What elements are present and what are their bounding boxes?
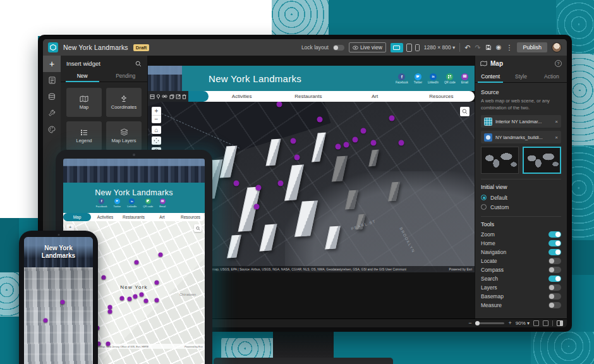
canvas-zoom-out[interactable]: − xyxy=(468,320,471,326)
nav-tab-resources[interactable]: Resources xyxy=(176,215,205,219)
landmark-marker[interactable] xyxy=(159,252,163,257)
help-icon[interactable]: ? xyxy=(555,60,562,67)
landmark-marker[interactable] xyxy=(155,298,159,303)
tab-style[interactable]: Style xyxy=(506,71,536,82)
facebook-link[interactable]: fFacebook xyxy=(396,73,408,84)
nav-tab-map[interactable]: Map xyxy=(63,213,91,221)
twitter-link[interactable]: Twitter xyxy=(113,198,121,208)
link-button[interactable] xyxy=(162,94,167,99)
home-toggle[interactable] xyxy=(549,240,561,246)
nav-tab-activities[interactable]: Activities xyxy=(209,94,275,99)
linkedin-link[interactable]: inLinkedIn xyxy=(127,198,136,208)
email-link[interactable]: ✉Email xyxy=(159,198,166,208)
live-view-button[interactable]: Live view xyxy=(349,42,386,52)
pan-button[interactable] xyxy=(152,136,161,145)
layers-toggle[interactable] xyxy=(549,284,561,291)
toggle-panel-icon[interactable] xyxy=(557,320,563,326)
navigation-toggle[interactable] xyxy=(549,249,561,255)
qr-code-link[interactable]: QR code xyxy=(444,73,456,84)
tab-action[interactable]: Action xyxy=(536,71,567,82)
remove-source-icon[interactable]: × xyxy=(555,119,558,124)
duplicate-button[interactable] xyxy=(169,94,174,99)
landmark-marker[interactable] xyxy=(135,260,139,264)
source-item[interactable]: Interior NY Landmar... × xyxy=(481,115,561,128)
landmark-marker[interactable] xyxy=(144,299,148,303)
resolution-dropdown[interactable]: 1280 × 800 ▾ xyxy=(424,44,455,51)
nav-tab-restaurants[interactable]: Restaurants xyxy=(275,94,341,99)
landmark-marker[interactable] xyxy=(361,128,367,133)
settings-rail-button[interactable] xyxy=(43,105,61,121)
radio-default[interactable] xyxy=(481,195,487,200)
select-layout-button[interactable] xyxy=(150,94,155,99)
insert-widget-rail-button[interactable]: + xyxy=(43,56,61,72)
lock-layout-toggle[interactable] xyxy=(333,45,344,51)
qr-code-link[interactable]: QR code xyxy=(143,198,153,208)
basemap-toggle[interactable] xyxy=(549,293,561,300)
fit-to-window-icon[interactable] xyxy=(533,320,539,326)
landmark-marker[interactable] xyxy=(102,275,106,279)
save-button[interactable] xyxy=(485,44,492,51)
landmark-marker[interactable] xyxy=(133,294,138,298)
landmark-marker[interactable] xyxy=(389,115,394,121)
tab-content[interactable]: Content xyxy=(475,71,506,82)
landmark-marker[interactable] xyxy=(294,155,300,161)
landmark-marker[interactable] xyxy=(317,117,323,123)
nav-tab-art[interactable]: Art xyxy=(342,94,408,99)
landmark-marker[interactable] xyxy=(336,144,341,150)
canvas-zoom-slider[interactable] xyxy=(475,322,504,324)
tablet-map-search-button[interactable] xyxy=(194,224,202,232)
landmark-marker[interactable] xyxy=(276,102,282,107)
data-rail-button[interactable] xyxy=(43,88,61,105)
landmark-marker[interactable] xyxy=(370,140,376,146)
landmark-marker[interactable] xyxy=(128,297,132,301)
delete-button[interactable] xyxy=(182,94,186,99)
landmark-marker[interactable] xyxy=(61,300,65,305)
landmark-marker[interactable] xyxy=(107,309,112,313)
canvas-zoom-level[interactable]: 90% ▾ xyxy=(516,320,530,326)
search-toggle[interactable] xyxy=(549,276,561,282)
radio-custom[interactable] xyxy=(481,204,487,210)
home-button[interactable]: ⌂ xyxy=(152,126,161,134)
initial-view-default[interactable]: Default xyxy=(481,193,561,202)
remove-source-icon[interactable]: × xyxy=(555,135,558,140)
source-item[interactable]: NY landmarks_buildi... × xyxy=(481,131,561,143)
user-avatar[interactable] xyxy=(552,42,562,52)
linkedin-link[interactable]: inLinkedIn xyxy=(428,73,439,84)
email-link[interactable]: ✉Email xyxy=(461,73,468,84)
landmark-marker[interactable] xyxy=(254,204,260,210)
map-search-button[interactable] xyxy=(460,107,470,116)
zoom-toggle[interactable] xyxy=(549,231,561,238)
landmark-marker[interactable] xyxy=(44,318,48,323)
initial-view-custom[interactable]: Custom xyxy=(481,202,561,212)
map-thumbnail-selected[interactable] xyxy=(523,147,561,174)
nav-tab-activities[interactable]: Activities xyxy=(91,215,119,219)
nav-tab-restaurants[interactable]: Restaurants xyxy=(119,215,148,219)
zoom-in-button[interactable]: + xyxy=(152,107,161,115)
nav-tab-resources[interactable]: Resources xyxy=(408,94,475,99)
widget-card-coordinates[interactable]: Coordinates xyxy=(106,88,142,117)
landmark-marker[interactable] xyxy=(119,296,124,300)
measure-toggle[interactable] xyxy=(549,302,561,308)
landmark-marker[interactable] xyxy=(155,280,159,284)
landmark-marker[interactable] xyxy=(255,185,261,191)
undo-button[interactable]: ↶ xyxy=(464,44,470,51)
tab-pending[interactable]: Pending xyxy=(104,70,148,82)
redo-button[interactable]: ↷ xyxy=(475,44,481,51)
nav-tab-art[interactable]: Art xyxy=(148,215,176,219)
experience-builder-logo[interactable] xyxy=(48,42,58,52)
publish-button[interactable]: Publish xyxy=(517,42,547,52)
search-icon[interactable] xyxy=(135,61,142,67)
phone-3d-scene[interactable] xyxy=(24,267,93,364)
landmark-marker[interactable] xyxy=(344,142,349,148)
landmark-marker[interactable] xyxy=(140,293,144,297)
landmark-marker[interactable] xyxy=(398,140,404,146)
page-rail-button[interactable] xyxy=(43,72,61,88)
more-options-button[interactable]: ⋮ xyxy=(506,44,512,51)
widget-card-map-layers[interactable]: Map Layers xyxy=(106,121,142,150)
landmark-marker[interactable] xyxy=(234,181,239,186)
canvas-zoom-in[interactable]: + xyxy=(508,320,511,326)
widget-card-legend[interactable]: Legend xyxy=(66,121,102,150)
twitter-link[interactable]: Twitter xyxy=(414,73,422,84)
move-to-button[interactable] xyxy=(176,94,181,99)
desktop-device-button[interactable] xyxy=(391,43,403,52)
